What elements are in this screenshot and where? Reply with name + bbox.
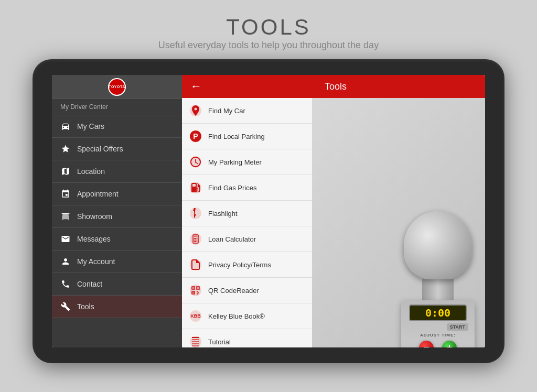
tool-item-label: Kelley Blue Book® [208, 312, 265, 320]
qr-icon [188, 283, 203, 298]
tool-item-label: Flashlight [208, 210, 238, 217]
sidebar-item-contact[interactable]: Contact [52, 273, 182, 296]
sidebar-item-label: My Account [77, 257, 115, 266]
car-icon [60, 121, 71, 132]
meter-box: 0:00 START ADJUST TIME: − + [401, 300, 475, 347]
tool-item-find-local-parking[interactable]: P Find Local Parking [182, 124, 312, 149]
meter-adjust-label: ADJUST TIME: [420, 333, 456, 337]
meter-icon [188, 155, 203, 169]
meter-plus-button[interactable]: + [442, 341, 457, 347]
page-title: TOOLS [158, 15, 379, 40]
gas-icon [188, 180, 203, 195]
svg-point-18 [197, 241, 198, 242]
map-icon [60, 166, 71, 177]
svg-point-6 [190, 208, 201, 219]
sidebar-item-my-cars[interactable]: My Cars [52, 115, 182, 138]
sidebar-item-label: Location [77, 167, 105, 176]
tools-list: Find My Car P Find Local Parking [182, 98, 312, 347]
tool-item-find-gas-prices[interactable]: Find Gas Prices [182, 175, 312, 201]
sidebar-item-showroom[interactable]: Showroom [52, 205, 182, 228]
car-pin-icon [188, 103, 203, 118]
tool-item-loan-calculator[interactable]: Loan Calculator [182, 226, 312, 252]
svg-point-15 [197, 239, 198, 241]
back-button[interactable]: ← [190, 80, 202, 93]
tool-item-label: Tutorial [208, 338, 231, 346]
svg-point-13 [194, 239, 195, 241]
sidebar-item-label: Appointment [77, 190, 119, 198]
tool-item-label: QR CodeReader [208, 287, 259, 295]
sidebar-driver-center: My Driver Center [52, 99, 182, 115]
tools-main-area: 0:00 START ADJUST TIME: − + [312, 98, 485, 347]
sidebar-item-messages[interactable]: Messages [52, 228, 182, 251]
svg-text:KBB: KBB [190, 313, 201, 319]
phone-icon [60, 279, 71, 289]
parking-icon: P [188, 129, 203, 144]
flashlight-icon [188, 206, 203, 221]
showroom-icon [60, 211, 71, 222]
calendar-icon [60, 189, 71, 199]
tool-item-privacy-policy[interactable]: Privacy Policy/Terms [182, 252, 312, 278]
sidebar-item-my-account[interactable]: My Account [52, 251, 182, 273]
meter-buttons: − + [419, 341, 457, 347]
tool-item-label: Find My Car [208, 107, 245, 115]
main-content: ← Tools Find My Car [182, 75, 485, 347]
tool-item-qr-codereader[interactable]: QR CodeReader [182, 278, 312, 303]
sidebar-item-location[interactable]: Location [52, 160, 182, 183]
page-subtitle: Useful everyday tools to help you throug… [158, 40, 379, 51]
svg-point-14 [195, 239, 196, 241]
svg-rect-9 [194, 236, 198, 237]
person-icon [60, 256, 71, 267]
tool-item-tutorial[interactable]: Tutorial [182, 329, 312, 347]
sidebar-item-tools[interactable]: Tools [52, 296, 182, 318]
tutorial-icon [188, 334, 203, 347]
meter-start-button[interactable]: START [447, 323, 468, 331]
doc-icon [188, 257, 203, 272]
tool-item-label: Find Local Parking [208, 133, 265, 140]
sidebar-item-special-offers[interactable]: Special Offers [52, 138, 182, 160]
meter-display: 0:00 [409, 304, 467, 321]
tool-item-my-parking-meter[interactable]: My Parking Meter [182, 149, 312, 175]
toyota-logo: TOYOTA [108, 78, 126, 96]
tool-item-flashlight[interactable]: Flashlight [182, 201, 312, 226]
svg-rect-26 [193, 292, 194, 293]
meter-neck [422, 279, 454, 300]
tool-item-label: My Parking Meter [208, 158, 262, 166]
tools-icon [60, 301, 71, 312]
envelope-icon [60, 234, 71, 244]
parking-meter-illustration: 0:00 START ADJUST TIME: − + [370, 180, 485, 347]
sidebar-item-label: Messages [77, 235, 111, 243]
meter-minus-button[interactable]: − [419, 341, 434, 347]
kbb-icon: KBB [188, 309, 203, 323]
tool-item-label: Privacy Policy/Terms [208, 261, 271, 269]
page-header: TOOLS Useful everyday tools to help you … [158, 0, 379, 59]
svg-rect-0 [62, 213, 70, 214]
tablet-device: TOYOTA My Driver Center My Cars S [33, 59, 504, 363]
sidebar-item-label: Tools [77, 302, 94, 311]
tool-item-kelley-blue-book[interactable]: KBB Kelley Blue Book® [182, 303, 312, 329]
tool-item-label: Find Gas Prices [208, 184, 256, 192]
svg-point-17 [195, 241, 196, 242]
svg-point-16 [194, 241, 195, 242]
meter-dome [404, 211, 472, 279]
tools-header: ← Tools [182, 75, 485, 98]
sidebar-item-label: Contact [77, 280, 102, 288]
sidebar: TOYOTA My Driver Center My Cars S [52, 75, 182, 347]
sidebar-item-label: Showroom [77, 212, 112, 221]
tool-item-label: Loan Calculator [208, 235, 256, 243]
tablet-screen: TOYOTA My Driver Center My Cars S [52, 75, 485, 347]
svg-rect-24 [198, 288, 199, 289]
tools-header-title: Tools [210, 81, 477, 92]
svg-text:P: P [193, 132, 198, 140]
svg-point-11 [195, 238, 196, 239]
meter-time: 0:00 [425, 307, 450, 319]
sidebar-item-label: My Cars [77, 122, 104, 130]
svg-rect-22 [193, 288, 194, 289]
svg-point-12 [197, 238, 198, 239]
calculator-icon [188, 232, 203, 246]
tools-content-row: Find My Car P Find Local Parking [182, 98, 485, 347]
svg-point-10 [194, 238, 195, 239]
star-icon [60, 144, 71, 154]
sidebar-item-appointment[interactable]: Appointment [52, 183, 182, 205]
tool-item-find-my-car[interactable]: Find My Car [182, 98, 312, 124]
sidebar-item-label: Special Offers [77, 145, 123, 153]
